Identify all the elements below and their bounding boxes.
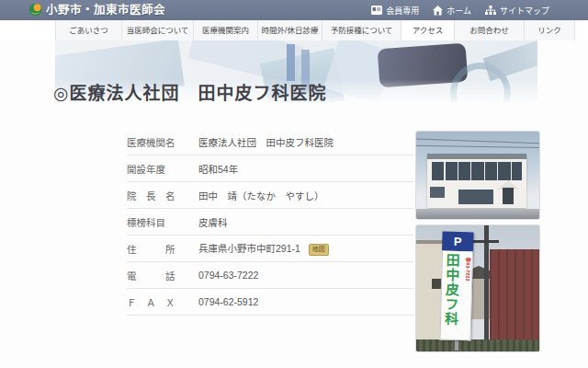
row-label: 医療機関名	[127, 135, 198, 149]
address-text: 兵庫県小野市中町291-1	[198, 243, 300, 254]
nav-tab-about[interactable]: 当医師会について	[121, 20, 193, 40]
nav-tabs: ごあいさつ 当医師会について 医療機関案内 時間外/休日診療 予防接種について …	[55, 20, 575, 40]
sitemap-link[interactable]: サイトマップ	[485, 5, 549, 17]
map-badge[interactable]: 地図	[309, 244, 329, 255]
row-value: 兵庫県小野市中町291-1地図	[198, 241, 329, 255]
nav-tab-greeting[interactable]: ごあいさつ	[55, 20, 121, 40]
page-title: ◎医療法人社団 田中皮フ科医院	[53, 79, 327, 104]
clinic-signboard: P 田中皮フ科 ☎63-7222	[439, 232, 473, 341]
table-row-address: 住 所 兵庫県小野市中町291-1地図	[127, 236, 413, 262]
row-value: 皮膚科	[198, 215, 228, 229]
row-label: 電 話	[127, 269, 198, 282]
home-label: ホーム	[447, 5, 471, 17]
row-label: 標榜科目	[127, 215, 198, 229]
site-title[interactable]: 小野市・加東市医師会	[46, 0, 165, 20]
clinic-info-table: 医療機関名 医療法人社団 田中皮フ科医院 開設年度 昭和54年 院 長 名 田中…	[127, 129, 413, 316]
row-value: 0794-62-5912	[198, 296, 258, 307]
table-row-phone: 電 話 0794-63-7222	[127, 262, 413, 289]
top-bar: 小野市・加東市医師会 会員専用 ホーム サイトマップ	[0, 0, 588, 20]
row-label: 院 長 名	[127, 189, 198, 202]
clinic-sign-photo: P 田中皮フ科 ☎63-7222	[415, 224, 540, 352]
row-value: 0794-63-7222	[198, 270, 258, 281]
sitemap-icon	[485, 6, 496, 16]
home-icon	[433, 6, 443, 16]
row-value: 医療法人社団 田中皮フ科医院	[198, 135, 334, 149]
table-row-director: 院 長 名 田中 靖（たなか やすし）	[127, 182, 413, 209]
nav-tab-afterhours[interactable]: 時間外/休日診療	[257, 20, 322, 40]
main-nav: ごあいさつ 当医師会について 医療機関案内 時間外/休日診療 予防接種について …	[0, 20, 588, 40]
member-area-link[interactable]: 会員専用	[371, 5, 419, 17]
header-utilities: 会員専用 ホーム サイトマップ	[371, 0, 549, 20]
nav-tab-vaccination[interactable]: 予防接種について	[322, 20, 401, 40]
page: 小野市・加東市医師会 会員専用 ホーム サイトマップ ごあいさつ 当医師会につい…	[0, 0, 588, 368]
nav-tab-institutions[interactable]: 医療機関案内	[193, 20, 257, 40]
row-value: 田中 靖（たなか やすし）	[198, 189, 324, 202]
utility-pole	[484, 225, 489, 352]
table-row-established: 開設年度 昭和54年	[127, 155, 413, 182]
id-card-icon	[371, 6, 382, 15]
sign-clinic-name: 田中皮フ科	[444, 253, 459, 327]
nav-tab-links[interactable]: リンク	[524, 20, 575, 40]
home-link[interactable]: ホーム	[433, 5, 471, 17]
row-value: 昭和54年	[198, 162, 238, 176]
sitemap-label: サイトマップ	[500, 5, 549, 17]
parking-sign-letter: P	[442, 232, 474, 252]
row-label: 住 所	[127, 242, 198, 256]
association-logo-icon	[28, 3, 42, 17]
table-row-specialty: 標榜科目 皮膚科	[127, 209, 413, 236]
table-row-institution-name: 医療機関名 医療法人社団 田中皮フ科医院	[127, 129, 413, 155]
row-label: 開設年度	[127, 162, 198, 176]
clinic-building-photo	[415, 131, 540, 220]
sign-phone-number: ☎63-7222	[465, 257, 471, 281]
row-label: Ｆ Ａ Ｘ	[127, 295, 198, 309]
nav-tab-contact[interactable]: お問合わせ	[454, 20, 524, 40]
table-row-fax: Ｆ Ａ Ｘ 0794-62-5912	[127, 289, 413, 316]
nav-tab-access[interactable]: アクセス	[401, 20, 454, 40]
member-area-label: 会員専用	[386, 5, 419, 17]
